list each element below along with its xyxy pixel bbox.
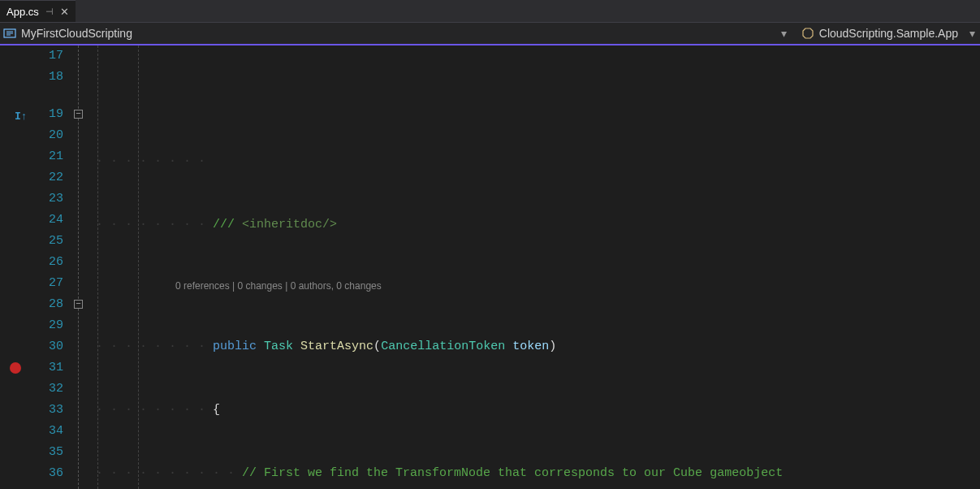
namespace-icon: [3, 27, 16, 40]
tab-filename: App.cs: [6, 6, 39, 18]
fold-gutter[interactable]: − −: [71, 45, 96, 489]
namespace-label: MyFirstCloudScripting: [21, 27, 132, 40]
code-line: · · · · · · · · /// <inheritdoc/>: [96, 214, 980, 236]
line-number: 18: [32, 67, 63, 88]
chevron-down-icon: ▾: [969, 27, 975, 40]
pin-icon[interactable]: ⊣: [45, 6, 54, 17]
code-editor[interactable]: І↑ 17 18 19 20 21 22 23 24 25 26 27 28 2…: [0, 45, 980, 489]
line-number: 21: [32, 146, 63, 167]
code-line: · · · · · · · · {: [96, 400, 980, 421]
code-line: · · · · · · · ·: [96, 151, 980, 172]
line-number: 26: [32, 252, 63, 273]
breakpoint-icon[interactable]: [10, 362, 21, 374]
file-tab[interactable]: App.cs ⊣ ✕: [0, 0, 76, 22]
chevron-down-icon: ▾: [781, 27, 787, 40]
code-area[interactable]: · · · · · · · · · · · · · · · · /// <inh…: [96, 45, 980, 489]
line-number: 35: [32, 442, 63, 463]
navigation-bar: MyFirstCloudScripting ▾ CloudScripting.S…: [0, 23, 980, 45]
class-label: CloudScripting.Sample.App: [819, 27, 958, 40]
line-number: 29: [32, 315, 63, 336]
glyph-margin[interactable]: І↑: [0, 45, 32, 489]
line-number: 25: [32, 231, 63, 252]
line-number: 24: [32, 210, 63, 231]
line-number-gutter: 17 18 19 20 21 22 23 24 25 26 27 28 29 3…: [32, 45, 71, 489]
code-line: · · · · · · · · · · // First we find the…: [96, 463, 980, 484]
line-number: 20: [32, 125, 63, 146]
class-icon: [801, 27, 814, 40]
class-dropdown[interactable]: CloudScripting.Sample.App ▾: [801, 27, 975, 40]
line-number: 19: [32, 104, 63, 125]
code-line: · · · · · · · · public Task StartAsync(C…: [96, 336, 980, 357]
indent-guide: [97, 45, 98, 489]
line-number: 33: [32, 400, 63, 421]
indent-guide: [138, 45, 139, 489]
line-number: 17: [32, 45, 63, 67]
line-number: 30: [32, 336, 63, 357]
line-number: 22: [32, 167, 63, 188]
fold-toggle[interactable]: −: [74, 110, 83, 119]
line-number: 31: [32, 357, 63, 379]
tracking-glyph-icon: І↑: [15, 110, 28, 123]
codelens[interactable]: 0 references | 0 changes | 0 authors, 0 …: [96, 278, 980, 294]
close-icon[interactable]: ✕: [60, 6, 69, 18]
fold-toggle[interactable]: −: [74, 300, 83, 309]
line-number: 34: [32, 421, 63, 442]
line-number: 23: [32, 188, 63, 210]
line-number: 32: [32, 379, 63, 400]
line-number: 28: [32, 294, 63, 315]
line-number: 27: [32, 273, 63, 294]
namespace-dropdown[interactable]: MyFirstCloudScripting ▾: [3, 27, 797, 40]
line-number: 36: [32, 463, 63, 484]
tab-bar: App.cs ⊣ ✕: [0, 0, 980, 23]
